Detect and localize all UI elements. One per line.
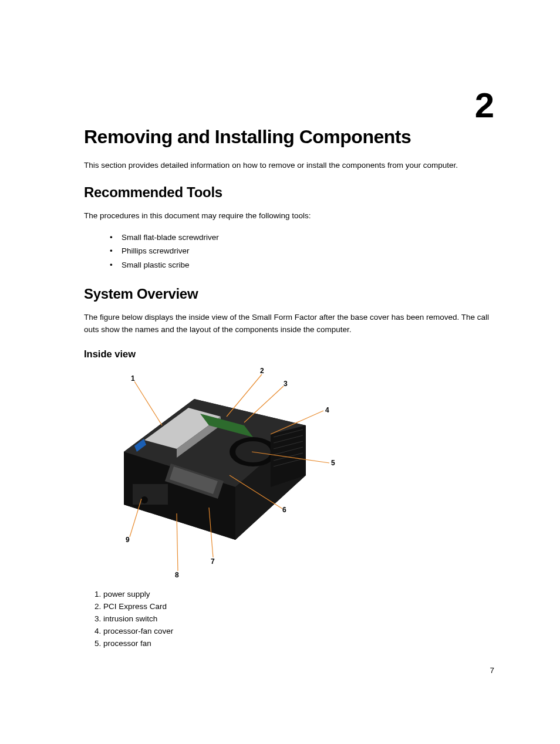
page-title: Removing and Installing Components [84, 126, 495, 148]
svg-line-27 [209, 508, 213, 557]
callout-legend-list: power supply PCI Express Card intrusion … [95, 589, 495, 650]
callout-8: 8 [175, 571, 179, 579]
list-item: Small flat-blade screwdriver [110, 231, 495, 245]
tools-list: Small flat-blade screwdriver Phillips sc… [110, 231, 495, 272]
tools-text: The procedures in this document may requ… [84, 210, 495, 222]
svg-line-21 [134, 381, 162, 425]
list-item: processor fan [95, 638, 495, 650]
inside-view-figure: 1 2 3 4 5 6 7 8 9 [95, 367, 335, 584]
callout-3: 3 [284, 380, 288, 388]
page-number: 7 [490, 666, 494, 675]
list-item: Phillips screwdriver [110, 244, 495, 258]
overview-text: The figure below displays the inside vie… [84, 312, 495, 336]
callout-7: 7 [211, 557, 215, 566]
list-item: power supply [95, 589, 495, 601]
chapter-number: 2 [475, 85, 494, 126]
list-item: PCI Express Card [95, 601, 495, 613]
callout-9: 9 [126, 536, 130, 544]
callout-1: 1 [131, 374, 135, 383]
svg-line-22 [227, 374, 262, 417]
svg-line-28 [177, 513, 178, 571]
list-item: Small plastic scribe [110, 258, 495, 272]
callout-6: 6 [282, 506, 286, 514]
intro-paragraph: This section provides detailed informati… [84, 160, 495, 171]
svg-line-24 [271, 411, 323, 434]
svg-line-23 [244, 386, 284, 422]
callout-lines [95, 367, 335, 584]
svg-line-25 [252, 452, 329, 463]
callout-5: 5 [331, 459, 335, 467]
list-item: intrusion switch [95, 613, 495, 625]
list-item: processor-fan cover [95, 625, 495, 638]
callout-4: 4 [325, 406, 329, 414]
svg-line-26 [230, 475, 282, 509]
subheading-inside-view: Inside view [84, 349, 495, 360]
section-heading-overview: System Overview [84, 286, 495, 302]
callout-2: 2 [260, 367, 264, 375]
section-heading-tools: Recommended Tools [84, 184, 495, 201]
svg-line-29 [130, 499, 141, 537]
